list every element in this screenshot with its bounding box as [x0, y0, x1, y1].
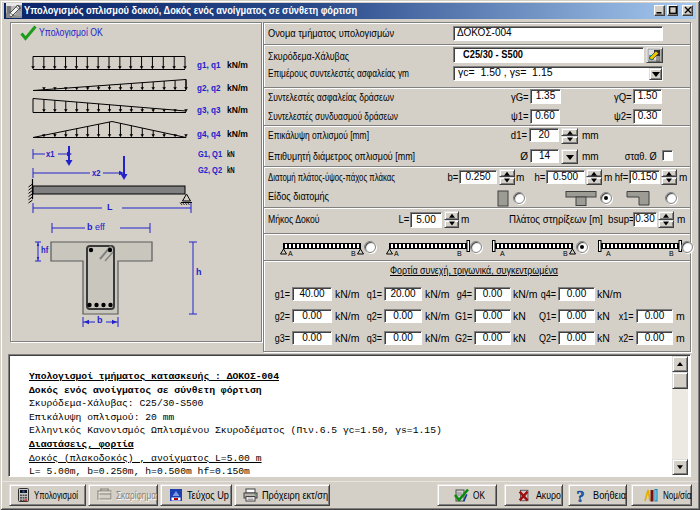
svg-text:?: ? — [577, 488, 585, 503]
svg-text:A: A — [606, 250, 611, 257]
svg-text:A: A — [500, 250, 505, 257]
svg-text:B: B — [563, 250, 568, 257]
svg-text:A: A — [288, 250, 293, 257]
svg-text:B: B — [669, 250, 674, 257]
svg-text:A: A — [394, 250, 399, 257]
svg-text:B: B — [457, 250, 462, 257]
svg-text:B: B — [351, 250, 356, 257]
